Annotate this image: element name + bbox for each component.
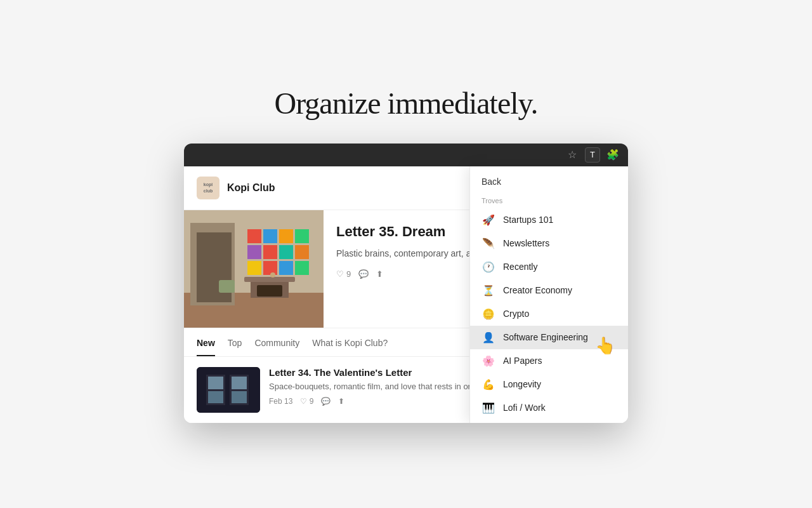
svg-rect-9 [263, 245, 277, 259]
ai-papers-label: AI Papers [503, 356, 617, 366]
svg-rect-5 [263, 229, 277, 243]
svg-rect-18 [257, 285, 282, 297]
post-share-icon: ⬆ [338, 397, 344, 406]
svg-rect-25 [208, 391, 223, 403]
post-thumb-image [197, 367, 260, 413]
svg-rect-8 [247, 245, 261, 259]
star-icon[interactable]: ☆ [565, 147, 580, 163]
svg-rect-16 [244, 277, 295, 282]
svg-rect-26 [232, 377, 247, 389]
comment-icon: 💬 [358, 269, 369, 279]
browser-titlebar: ☆ T 🧩 [184, 144, 628, 166]
ai-papers-emoji: 🌸 [481, 355, 495, 367]
trove-item-climate-change[interactable]: 🌍 Climate Change [470, 420, 628, 423]
creator-economy-emoji: ⏳ [481, 284, 495, 297]
longevity-emoji: 💪 [481, 378, 495, 391]
share-icon: ⬆ [376, 269, 383, 279]
recently-emoji: 🕐 [481, 261, 495, 273]
trove-item-startups-101[interactable]: 🚀 Startups 101 [470, 208, 628, 232]
svg-rect-7 [295, 229, 309, 243]
heart-icon: ♡ [336, 269, 344, 279]
post-date: Feb 13 [269, 397, 292, 406]
crypto-emoji: 🪙 [481, 308, 495, 320]
trove-item-newsletters[interactable]: 🪶 Newsletters [470, 232, 628, 255]
site-name: Kopi Club [227, 182, 275, 194]
trove-item-ai-papers[interactable]: 🌸 AI Papers [470, 349, 628, 373]
browser-content: kopiclub Kopi Club [184, 166, 628, 423]
post-thumbnail [197, 367, 260, 413]
svg-rect-15 [295, 261, 309, 275]
trove-item-creator-economy[interactable]: ⏳ Creator Economy [470, 279, 628, 302]
comment-action[interactable]: 💬 [358, 269, 369, 279]
svg-rect-13 [263, 261, 277, 275]
troves-dropdown: Back Troves 🚀 Startups 101 🪶 Newsletters… [469, 166, 628, 423]
tab-community[interactable]: Community [254, 338, 299, 356]
share-action[interactable]: ⬆ [376, 269, 383, 279]
software-engineering-emoji: 👤 [481, 331, 495, 344]
tab-new[interactable]: New [197, 338, 215, 356]
svg-rect-24 [208, 377, 223, 389]
post-comments-icon: 💬 [321, 397, 331, 406]
creator-economy-label: Creator Economy [503, 285, 617, 295]
trove-item-software-engineering[interactable]: 👤 Software Engineering 👆 [470, 326, 628, 349]
svg-rect-27 [232, 391, 247, 403]
trove-item-longevity[interactable]: 💪 Longevity [470, 373, 628, 396]
trove-item-recently[interactable]: 🕐 Recently [470, 255, 628, 279]
svg-rect-4 [247, 229, 261, 243]
tab-top[interactable]: Top [228, 338, 242, 356]
back-button[interactable]: Back [470, 166, 628, 192]
post-likes: ♡ 9 [300, 397, 313, 406]
svg-rect-11 [295, 245, 309, 259]
software-engineering-label: Software Engineering [503, 332, 617, 342]
newsletters-label: Newsletters [503, 238, 617, 248]
svg-rect-10 [279, 245, 293, 259]
svg-rect-20 [219, 280, 235, 293]
page-headline: Organize immediately. [275, 86, 538, 121]
tab-about[interactable]: What is Kopi Club? [312, 338, 388, 356]
recently-label: Recently [503, 262, 617, 272]
longevity-label: Longevity [503, 379, 617, 389]
like-count: 9 [346, 269, 351, 279]
extensions-icon[interactable]: 🧩 [605, 147, 620, 163]
trove-item-lofi-work[interactable]: 🎹 Lofi / Work [470, 396, 628, 420]
t-extension-icon[interactable]: T [585, 147, 600, 163]
lofi-work-emoji: 🎹 [481, 402, 495, 414]
lofi-work-label: Lofi / Work [503, 403, 617, 413]
trove-item-crypto[interactable]: 🪙 Crypto [470, 302, 628, 326]
crypto-label: Crypto [503, 309, 617, 319]
like-action[interactable]: ♡ 9 [336, 269, 351, 279]
svg-rect-14 [279, 261, 293, 275]
site-logo: kopiclub [197, 177, 219, 199]
featured-image [184, 210, 324, 328]
svg-rect-6 [279, 229, 293, 243]
svg-rect-12 [247, 261, 261, 275]
troves-section-label: Troves [470, 192, 628, 208]
startups-emoji: 🚀 [481, 214, 495, 226]
startups-label: Startups 101 [503, 215, 617, 225]
svg-point-19 [270, 272, 275, 277]
newsletters-emoji: 🪶 [481, 237, 495, 250]
browser-window: ☆ T 🧩 kopiclub Kopi Club [184, 144, 628, 423]
